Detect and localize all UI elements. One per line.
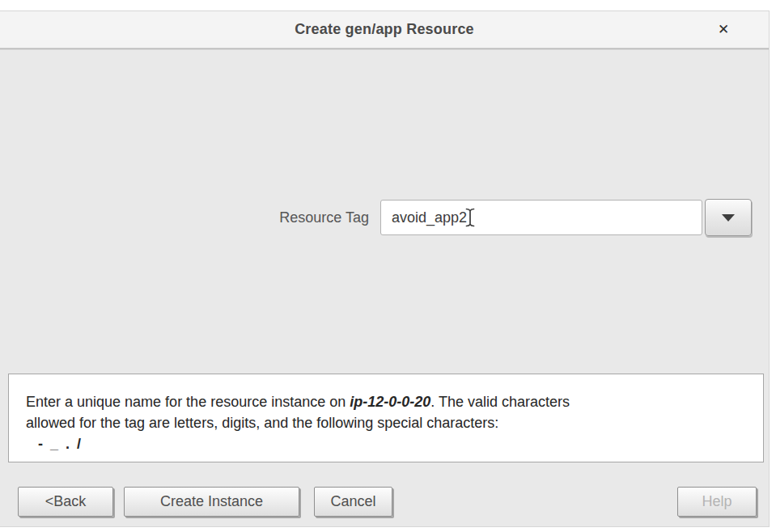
- text-cursor-icon: [464, 207, 476, 228]
- create-instance-button[interactable]: Create Instance: [124, 487, 299, 517]
- dropdown-arrow-icon: [722, 214, 735, 222]
- info-box: Enter a unique name for the resource ins…: [8, 374, 764, 462]
- resource-tag-value: avoid_app2: [392, 209, 467, 226]
- resource-tag-dropdown-button[interactable]: [705, 199, 752, 236]
- resource-tag-label: Resource Tag: [274, 209, 380, 226]
- help-button[interactable]: Help: [677, 487, 757, 517]
- info-text-line2: allowed for the tag are letters, digits,…: [26, 412, 748, 433]
- resource-tag-input[interactable]: avoid_app2: [380, 200, 702, 235]
- dialog-button-row: <Back Create Instance Cancel Help: [0, 487, 769, 519]
- create-resource-dialog: Create gen/app Resource ✕ Resource Tag a…: [0, 11, 769, 526]
- dialog-title: Create gen/app Resource: [0, 21, 769, 38]
- back-button[interactable]: <Back: [18, 487, 113, 517]
- info-text-line1: Enter a unique name for the resource ins…: [26, 391, 748, 412]
- resource-tag-row: Resource Tag avoid_app2: [274, 199, 752, 236]
- close-icon[interactable]: ✕: [713, 19, 734, 40]
- dialog-titlebar[interactable]: Create gen/app Resource ✕: [0, 11, 769, 49]
- hostname-text: ip-12-0-0-20: [350, 394, 430, 410]
- desktop-background: Create gen/app Resource ✕ Resource Tag a…: [0, 0, 776, 532]
- valid-special-characters: - _ . /: [26, 433, 748, 454]
- cancel-button[interactable]: Cancel: [314, 487, 392, 517]
